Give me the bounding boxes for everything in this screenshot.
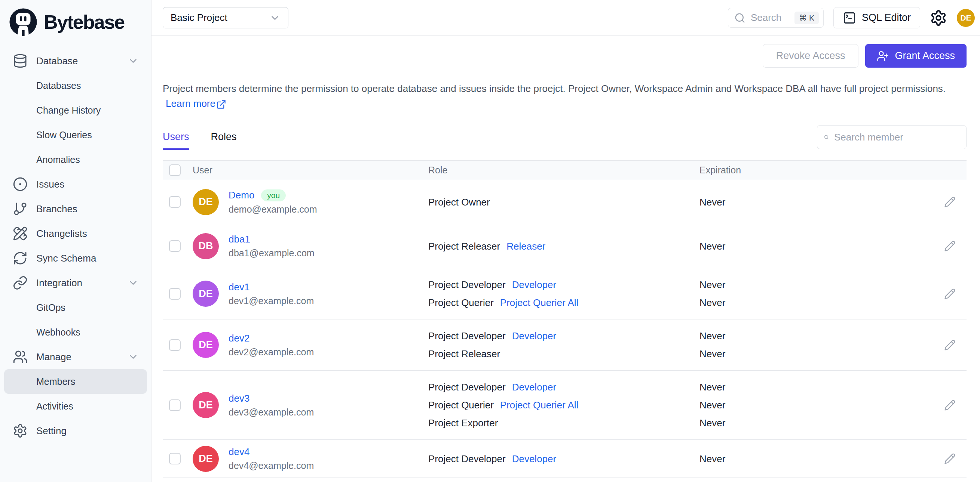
member-name-link[interactable]: dev4 (229, 446, 250, 458)
learn-more-link[interactable]: Learn more (166, 96, 226, 111)
role-condition-link[interactable]: Project Querier All (500, 294, 579, 312)
member-name-link[interactable]: dba1 (229, 233, 250, 245)
gear-icon (12, 423, 28, 438)
row-checkbox[interactable] (169, 339, 181, 351)
sidebar-item-activities[interactable]: Activities (4, 394, 147, 419)
sidebar-item-integration[interactable]: Integration (4, 271, 147, 295)
sidebar-item-branches[interactable]: Branches (4, 197, 147, 221)
role-condition-link[interactable]: Developer (512, 327, 557, 345)
role-name: Project Querier (428, 294, 494, 312)
bytebase-logo[interactable]: Bytebase (4, 6, 147, 40)
database-icon (12, 54, 28, 68)
role-name: Project Owner (428, 193, 490, 211)
row-checkbox[interactable] (169, 288, 181, 300)
member-search-input[interactable] (834, 132, 959, 143)
tab-roles[interactable]: Roles (211, 131, 237, 150)
column-header-user: User (192, 165, 428, 176)
sidebar-item-issues[interactable]: Issues (4, 172, 147, 197)
tabs-row: Users Roles (163, 125, 967, 150)
role-name: Project Releaser (428, 237, 500, 255)
expiration-value: Never (700, 378, 933, 396)
grant-access-button[interactable]: Grant Access (865, 44, 967, 68)
row-checkbox[interactable] (169, 240, 181, 252)
role-condition-link[interactable]: Developer (512, 378, 557, 396)
edit-member-button[interactable] (944, 453, 956, 465)
sidebar-item-database[interactable]: Database (4, 49, 147, 73)
sidebar-item-changelists[interactable]: Changelists (4, 221, 147, 246)
member-search-box (817, 125, 967, 149)
settings-gear-button[interactable] (930, 10, 947, 27)
chevron-down-icon (269, 12, 280, 24)
you-badge: you (261, 189, 286, 201)
role-cell: Project DeveloperDeveloperProject Releas… (428, 327, 700, 363)
sql-editor-label: SQL Editor (862, 12, 911, 24)
topbar: Basic Project Search ⌘ K SQL Editor DE (151, 0, 980, 36)
sidebar-item-databases[interactable]: Databases (4, 73, 147, 98)
avatar: DE (192, 446, 219, 472)
expiration-cell: NeverNeverNever (700, 378, 933, 432)
member-name-link[interactable]: dev1 (229, 281, 250, 293)
row-checkbox[interactable] (169, 400, 181, 411)
row-checkbox[interactable] (169, 453, 181, 465)
user-cell: DE dev1 dev1@example.com (192, 281, 428, 307)
sidebar-item-label: Activities (36, 401, 73, 412)
member-email: dev2@example.com (229, 347, 314, 358)
role-condition-link[interactable]: Developer (512, 276, 557, 294)
edit-member-button[interactable] (944, 196, 956, 208)
edit-member-button[interactable] (944, 288, 956, 300)
role-condition-link[interactable]: Releaser (506, 237, 546, 255)
user-cell: DB dba1 dba1@example.com (192, 233, 428, 259)
role-name: Project Releaser (428, 345, 500, 363)
role-cell: Project ReleaserReleaser (428, 237, 700, 255)
member-name-link[interactable]: Demo (229, 189, 255, 201)
edit-member-button[interactable] (944, 240, 956, 252)
sidebar-item-setting[interactable]: Setting (4, 419, 147, 443)
role-condition-link[interactable]: Developer (512, 450, 557, 468)
sidebar-item-label: Setting (36, 425, 67, 437)
sidebar-item-slow-queries[interactable]: Slow Queries (4, 122, 147, 147)
pencil-icon (944, 400, 956, 411)
table-row: DE dev1 dev1@example.com Project Develop… (163, 268, 967, 319)
expiration-value: Never (700, 294, 933, 312)
role-line: Project QuerierProject Querier All (428, 396, 700, 414)
table-row: DE dev3 dev3@example.com Project Develop… (163, 371, 967, 440)
sidebar-nav: Database Databases Change History Slow Q… (4, 49, 147, 443)
sidebar-item-members[interactable]: Members (4, 369, 147, 394)
expiration-value: Never (700, 237, 933, 255)
select-all-checkbox[interactable] (169, 164, 181, 176)
expiration-value: Never (700, 193, 933, 211)
expiration-value: Never (700, 327, 933, 345)
avatar: DE (192, 332, 219, 358)
sidebar-item-manage[interactable]: Manage (4, 344, 147, 369)
edit-member-button[interactable] (944, 400, 956, 411)
description-text: Project members determine the permission… (163, 83, 946, 94)
row-checkbox[interactable] (169, 196, 181, 208)
sql-editor-button[interactable]: SQL Editor (834, 7, 920, 29)
user-plus-icon (877, 50, 889, 62)
member-name-link[interactable]: dev3 (229, 393, 250, 404)
tab-users[interactable]: Users (163, 131, 189, 150)
member-name-link[interactable]: dev2 (229, 333, 250, 344)
global-search-button[interactable]: Search ⌘ K (728, 8, 824, 28)
sidebar-item-webhooks[interactable]: Webhooks (4, 320, 147, 344)
sidebar-item-label: GitOps (36, 302, 65, 313)
revoke-access-button[interactable]: Revoke Access (763, 44, 859, 68)
sidebar-item-change-history[interactable]: Change History (4, 98, 147, 122)
expiration-value: Never (700, 276, 933, 294)
role-line: Project Owner (428, 193, 700, 211)
user-avatar[interactable]: DE (957, 9, 975, 27)
edit-member-button[interactable] (944, 339, 956, 351)
sidebar-item-anomalies[interactable]: Anomalies (4, 147, 147, 172)
page-description: Project members determine the permission… (163, 81, 955, 111)
project-selector[interactable]: Basic Project (163, 7, 288, 29)
expiration-cell: Never (700, 450, 933, 468)
expiration-value: Never (700, 345, 933, 363)
pencil-icon (944, 240, 956, 252)
scrollbar-track[interactable] (976, 36, 976, 482)
sidebar-item-gitops[interactable]: GitOps (4, 295, 147, 320)
expiration-value: Never (700, 450, 933, 468)
role-condition-link[interactable]: Project Querier All (500, 396, 579, 414)
pencil-icon (944, 196, 956, 208)
role-line: Project QuerierProject Querier All (428, 294, 700, 312)
sidebar-item-sync-schema[interactable]: Sync Schema (4, 246, 147, 271)
